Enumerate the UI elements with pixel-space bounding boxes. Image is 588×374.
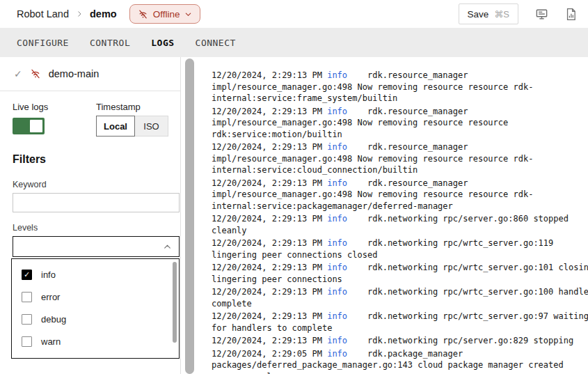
offline-status-badge[interactable]: Offline: [129, 4, 201, 24]
log-timestamp: 12/20/2024, 2:29:13 PM: [212, 142, 327, 152]
log-timestamp: 12/20/2024, 2:29:13 PM: [212, 287, 327, 297]
keyword-label: Keyword: [13, 180, 47, 189]
header-actions: Save ⌘S: [459, 3, 577, 24]
log-timestamp: 12/20/2024, 2:29:13 PM: [212, 107, 327, 116]
log-entry: 12/20/2024, 2:29:13 PM info rdk.resource…: [212, 141, 588, 176]
level-option-label: info: [41, 270, 56, 280]
file-chart-icon[interactable]: [565, 8, 577, 21]
log-timestamp: 12/20/2024, 2:29:05 PM: [212, 349, 327, 359]
log-level: info: [327, 107, 347, 116]
status-badge-label: Offline: [153, 9, 180, 20]
save-button-label: Save: [468, 9, 489, 20]
log-entry: 12/20/2024, 2:29:13 PM info rdk.networki…: [212, 335, 588, 347]
tab-logs[interactable]: LOGS: [151, 38, 174, 48]
timestamp-label: Timestamp: [96, 102, 141, 112]
level-option-warn[interactable]: warn: [12, 330, 179, 352]
wifi-off-icon: [30, 68, 41, 79]
live-logs-toggle[interactable]: [13, 118, 45, 134]
log-level: info: [327, 178, 347, 188]
log-entry: 12/20/2024, 2:29:13 PM info rdk.resource…: [212, 178, 588, 212]
log-entry: 12/20/2024, 2:29:13 PM info rdk.networki…: [212, 213, 588, 236]
level-option-label: warn: [41, 336, 61, 347]
log-entry: 12/20/2024, 2:29:05 PM info rdk.package_…: [212, 348, 588, 374]
timestamp-local-button[interactable]: Local: [96, 116, 135, 137]
log-level: info: [327, 287, 347, 297]
log-level: info: [327, 349, 347, 359]
breadcrumb-chevron-icon: [75, 10, 84, 18]
level-option-debug[interactable]: debug: [12, 308, 179, 330]
content: ✓ demo-main Live logs Timestamp LocalISO…: [0, 57, 588, 374]
dropdown-scrollbar-thumb[interactable]: [173, 262, 177, 343]
breadcrumb-machine: demo: [90, 8, 117, 20]
log-level: info: [327, 70, 347, 80]
logs-sidebar: ✓ demo-main Live logs Timestamp LocalISO…: [0, 57, 181, 374]
header: Robot Land demo Offline Save ⌘S: [0, 0, 588, 28]
keyword-input[interactable]: [13, 193, 180, 212]
timestamp-iso-button[interactable]: ISO: [135, 116, 168, 137]
log-entry: 12/20/2024, 2:29:13 PM info rdk.resource…: [212, 70, 588, 104]
level-option-label: error: [41, 292, 60, 302]
level-option-label: debug: [41, 314, 66, 325]
checkbox-unchecked-icon[interactable]: [22, 292, 32, 302]
log-level: info: [327, 238, 347, 248]
breadcrumb: Robot Land demo: [17, 8, 117, 20]
log-timestamp: 12/20/2024, 2:29:13 PM: [212, 214, 327, 224]
log-level: info: [327, 214, 347, 224]
log-list: 12/20/2024, 2:29:13 PM info rdk.resource…: [212, 70, 588, 374]
levels-dropdown-panel: ✓infoerrordebugwarn: [11, 258, 180, 359]
filters-title: Filters: [13, 153, 46, 166]
level-option-error[interactable]: error: [12, 286, 179, 308]
log-level: info: [327, 336, 347, 345]
toggle-knob: [30, 120, 42, 132]
tab-bar: CONFIGURECONTROLLOGSCONNECT: [0, 28, 588, 57]
sidebar-item-demo-main[interactable]: ✓ demo-main: [0, 57, 180, 91]
log-timestamp: 12/20/2024, 2:29:13 PM: [212, 311, 327, 321]
chevron-up-icon: [163, 242, 172, 251]
log-pane: 12/20/2024, 2:29:13 PM info rdk.resource…: [196, 57, 588, 374]
log-timestamp: 12/20/2024, 2:29:13 PM: [212, 238, 327, 248]
checkbox-checked-icon[interactable]: ✓: [22, 270, 32, 280]
log-entry: 12/20/2024, 2:29:13 PM info rdk.networki…: [212, 286, 588, 309]
log-entry: 12/20/2024, 2:29:13 PM info rdk.networki…: [212, 237, 588, 260]
checkbox-unchecked-icon[interactable]: [22, 314, 32, 325]
checkbox-unchecked-icon[interactable]: [22, 336, 32, 347]
breadcrumb-org[interactable]: Robot Land: [17, 8, 69, 20]
log-entry: 12/20/2024, 2:29:13 PM info rdk.networki…: [212, 311, 588, 334]
check-icon: ✓: [14, 68, 22, 79]
monitor-icon[interactable]: [535, 8, 548, 21]
levels-select[interactable]: [13, 236, 180, 257]
tab-configure[interactable]: CONFIGURE: [17, 38, 69, 48]
log-level: info: [327, 263, 347, 272]
live-logs-label: Live logs: [13, 102, 48, 112]
save-shortcut-hint: ⌘S: [494, 9, 509, 20]
tab-control[interactable]: CONTROL: [90, 38, 130, 48]
timestamp-format-group: LocalISO: [96, 116, 168, 137]
tab-connect[interactable]: CONNECT: [196, 38, 236, 48]
log-level: info: [327, 142, 347, 152]
log-timestamp: 12/20/2024, 2:29:13 PM: [212, 336, 327, 345]
save-button[interactable]: Save ⌘S: [459, 3, 518, 24]
wifi-off-icon: [138, 9, 148, 20]
log-entry: 12/20/2024, 2:29:13 PM info rdk.networki…: [212, 262, 588, 285]
log-scrollbar-track: [182, 57, 196, 374]
chevron-down-icon: [184, 10, 192, 18]
level-option-info[interactable]: ✓info: [12, 263, 179, 286]
log-level: info: [327, 311, 347, 321]
log-timestamp: 12/20/2024, 2:29:13 PM: [212, 178, 327, 188]
log-scrollbar-thumb[interactable]: [185, 59, 194, 374]
log-message: rdk.networking rpc/server.go:829 stoppin…: [347, 336, 573, 345]
log-timestamp: 12/20/2024, 2:29:13 PM: [212, 263, 327, 272]
log-entry: 12/20/2024, 2:29:13 PM info rdk.resource…: [212, 106, 588, 141]
log-timestamp: 12/20/2024, 2:29:13 PM: [212, 70, 327, 80]
levels-label: Levels: [13, 223, 38, 233]
machine-part-name: demo-main: [49, 68, 100, 79]
